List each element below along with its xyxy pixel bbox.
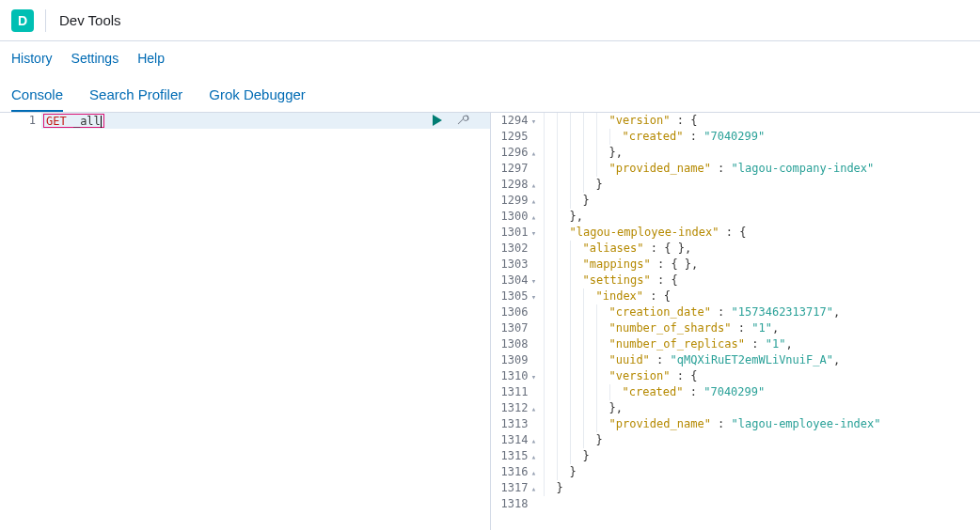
indent-guide [557,464,570,480]
indent-guide [544,336,557,352]
line-number: 1316▴ [491,464,538,480]
line-number: 1318 [491,496,538,512]
fold-toggle-icon[interactable]: ▴ [530,401,538,417]
indent-guide [557,288,570,304]
json-key: "created" [623,129,684,145]
tab-grok-debugger[interactable]: Grok Debugger [209,79,306,112]
json-key: "version" [609,113,671,129]
indent-guide [544,304,557,320]
json-key: "provided_name" [609,161,711,177]
indent-guide [583,368,596,384]
fold-toggle-icon[interactable]: ▾ [530,114,538,130]
json-string: "1573462313717" [732,304,833,320]
indent-guide [596,416,609,432]
nav-history[interactable]: History [11,51,53,66]
json-string: "lagou-employee-index" [732,416,881,432]
json-punct: } [596,177,603,193]
fold-toggle-icon[interactable]: ▾ [530,273,538,289]
fold-toggle-icon[interactable]: ▴ [530,481,538,497]
json-punct: } [596,432,603,448]
indent-guide [544,113,557,129]
response-code[interactable]: "version" : {"created" : "7040299"},"pro… [544,113,981,530]
indent-guide [583,113,596,129]
line-number: 1296▴ [491,145,538,161]
json-punct: : [711,161,732,177]
fold-toggle-icon[interactable]: ▴ [530,433,538,449]
indent-guide [557,225,570,241]
indent-guide [596,129,609,145]
json-punct: }, [609,145,623,161]
indent-guide [557,209,570,225]
indent-guide [570,400,583,416]
editor-area: 1 GET _all ⋮ 1294▾12951296▴12971298▴1299… [0,113,980,530]
tab-console[interactable]: Console [11,79,63,112]
json-punct: , [833,352,840,368]
line-number: 1297 [491,161,538,177]
response-line: }, [544,145,981,161]
fold-toggle-icon[interactable]: ▴ [530,465,538,481]
fold-toggle-icon[interactable]: ▴ [530,449,538,465]
json-punct: , [785,336,792,352]
play-icon[interactable] [432,114,443,129]
indent-guide [596,368,609,384]
indent-guide [596,161,609,177]
indent-guide [570,352,583,368]
response-line: "aliases" : { }, [544,241,981,257]
indent-guide [570,145,583,161]
response-line: "number_of_shards" : "1", [544,320,981,336]
indent-guide [544,368,557,384]
nav-settings[interactable]: Settings [71,51,119,66]
response-pane[interactable]: ⋮ 1294▾12951296▴12971298▴1299▴1300▴1301▾… [491,113,981,530]
indent-guide [544,448,557,464]
json-punct: } [583,193,590,209]
indent-guide [583,320,596,336]
indent-guide [596,304,609,320]
response-line: "lagou-employee-index" : { [544,225,981,241]
json-punct: } [583,448,590,464]
nav-help[interactable]: Help [137,51,165,66]
request-input[interactable]: GET _all [43,114,104,128]
indent-guide [557,400,570,416]
fold-toggle-icon[interactable]: ▴ [530,194,538,210]
json-punct: : [711,416,732,432]
line-number: 1299▴ [491,193,538,209]
response-line: } [544,432,981,448]
indent-guide [544,209,557,225]
json-key: "created" [623,384,684,400]
json-string: "qMQXiRuET2emWLiVnuiF_A" [671,352,833,368]
json-key: "number_of_replicas" [609,336,746,352]
indent-guide [583,384,596,400]
app-badge[interactable]: D [11,9,34,32]
indent-guide [570,448,583,464]
fold-toggle-icon[interactable]: ▾ [530,226,538,242]
request-pane[interactable]: 1 GET _all [0,113,491,530]
fold-toggle-icon[interactable]: ▴ [530,178,538,194]
response-line: "provided_name" : "lagou-company-index" [544,161,981,177]
line-number: 1306 [491,304,538,320]
indent-guide [609,129,623,145]
tab-search-profiler[interactable]: Search Profiler [89,79,182,112]
wrench-icon[interactable] [456,113,469,129]
json-punct: : [684,129,704,145]
fold-toggle-icon[interactable]: ▾ [530,289,538,305]
json-punct: , [833,304,840,320]
line-number: 1295 [491,129,538,145]
json-punct: }, [570,209,583,225]
fold-toggle-icon[interactable]: ▴ [530,210,538,226]
json-punct: : { [671,368,698,384]
json-key: "settings" [583,273,651,288]
line-number: 1298▴ [491,177,538,193]
line-number: 1303 [491,257,538,273]
json-key: "version" [609,368,671,384]
fold-toggle-icon[interactable]: ▴ [530,146,538,162]
fold-toggle-icon[interactable]: ▾ [530,369,538,385]
indent-guide [557,241,570,257]
indent-guide [570,193,583,209]
indent-guide [596,352,609,368]
indent-guide [596,320,609,336]
indent-guide [544,480,557,496]
json-string: "7040299" [703,384,765,400]
line-number: 1300▴ [491,209,538,225]
indent-guide [544,257,557,273]
indent-guide [557,145,570,161]
